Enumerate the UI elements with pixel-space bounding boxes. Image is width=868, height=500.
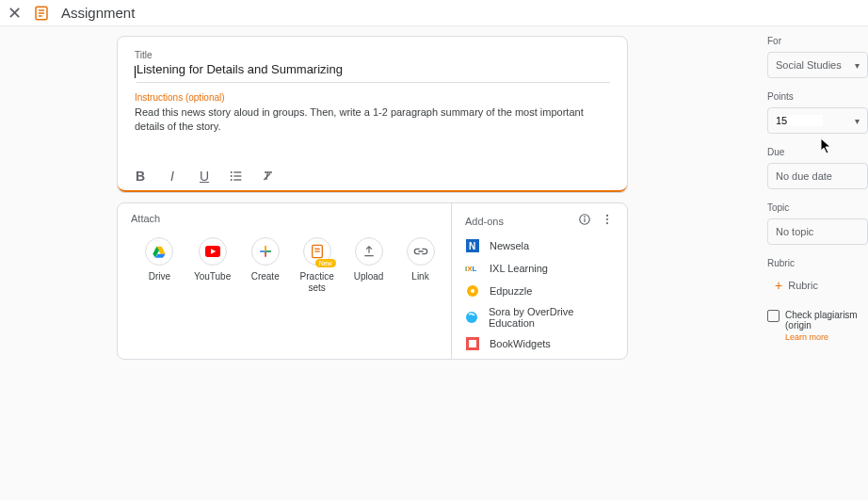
- for-value: Social Studies: [776, 59, 842, 71]
- italic-button[interactable]: I: [163, 167, 182, 185]
- addon-bookwidgets[interactable]: BookWidgets: [465, 336, 614, 351]
- svg-point-4: [231, 171, 233, 173]
- bold-button[interactable]: B: [131, 167, 150, 185]
- ixl-icon: IXL: [465, 261, 480, 276]
- attach-label-text: Link: [411, 271, 428, 282]
- format-toolbar: B I U: [118, 160, 627, 192]
- upload-icon: [355, 237, 383, 266]
- topic-group: Topic No topic: [767, 202, 868, 245]
- practice-sets-icon: New: [303, 237, 331, 266]
- svg-rect-5: [233, 171, 241, 172]
- addon-label: Newsela: [490, 240, 529, 251]
- for-dropdown[interactable]: Social Studies ▾: [767, 52, 868, 78]
- title-row: [135, 60, 610, 83]
- svg-rect-9: [233, 179, 241, 180]
- title-label: Title: [135, 50, 610, 60]
- attach-create[interactable]: Create: [248, 237, 282, 294]
- plagiarism-label: Check plagiarism (origin: [785, 310, 868, 331]
- svg-text:N: N: [469, 241, 475, 251]
- page-title: Assignment: [61, 5, 135, 21]
- chevron-down-icon: ▾: [855, 116, 860, 126]
- addon-sora[interactable]: Sora by OverDrive Education: [465, 306, 614, 329]
- attach-upload[interactable]: Upload: [351, 237, 386, 294]
- points-input[interactable]: [776, 115, 823, 126]
- svg-point-29: [471, 289, 474, 293]
- attach-label-text: Practicesets: [300, 271, 334, 294]
- points-field[interactable]: ▾: [767, 107, 868, 134]
- plagiarism-checkbox[interactable]: [767, 310, 780, 322]
- addon-ixl[interactable]: IXL IXL Learning: [465, 261, 614, 276]
- attach-label: Attach: [131, 213, 438, 224]
- clear-format-button[interactable]: [259, 167, 278, 185]
- addons-panel: Add-ons N Newsela IXL IXL Learn: [452, 203, 627, 359]
- underline-button[interactable]: U: [195, 167, 214, 185]
- for-label: For: [767, 36, 868, 46]
- newsela-icon: N: [465, 238, 480, 253]
- svg-point-22: [606, 215, 608, 217]
- topic-label: Topic: [767, 202, 868, 213]
- bullet-list-button[interactable]: [227, 167, 246, 185]
- addon-label: Sora by OverDrive Education: [489, 306, 614, 329]
- attach-label-text: Create: [251, 271, 280, 282]
- more-icon[interactable]: [601, 213, 614, 229]
- addons-header: Add-ons: [465, 213, 614, 229]
- addon-label: Edpuzzle: [490, 285, 532, 297]
- drive-icon: [145, 237, 173, 266]
- bookwidgets-icon: [465, 336, 480, 351]
- instructions-text[interactable]: Read this news story aloud in groups. Th…: [135, 105, 610, 135]
- attach-label-text: YouTube: [194, 271, 231, 282]
- sora-icon: [465, 310, 479, 325]
- sidebar: For Social Studies ▾ Points ▾ Due No due…: [767, 36, 868, 342]
- topbar: ✕ Assignment: [0, 0, 868, 26]
- svg-point-23: [606, 218, 608, 220]
- edpuzzle-icon: [465, 283, 480, 298]
- workspace: Title Instructions (optional) Read this …: [0, 26, 868, 500]
- addons-label: Add-ons: [465, 216, 504, 227]
- attach-practice-sets[interactable]: New Practicesets: [299, 237, 334, 294]
- instructions-label: Instructions (optional): [135, 92, 610, 103]
- rubric-label: Rubric: [767, 258, 868, 268]
- info-icon[interactable]: [578, 213, 591, 229]
- svg-rect-32: [469, 340, 476, 347]
- svg-point-6: [231, 175, 233, 177]
- rubric-button-label: Rubric: [788, 280, 818, 291]
- new-badge: New: [315, 259, 336, 267]
- for-group: For Social Studies ▾: [767, 36, 868, 78]
- due-value: No due date: [776, 170, 832, 182]
- close-icon[interactable]: ✕: [8, 3, 22, 24]
- attach-drive[interactable]: Drive: [142, 237, 177, 294]
- due-field[interactable]: No due date: [767, 163, 868, 189]
- svg-text:IXL: IXL: [465, 265, 477, 273]
- due-label: Due: [767, 147, 868, 157]
- rubric-button[interactable]: + Rubric: [767, 274, 868, 297]
- link-icon: [407, 237, 435, 266]
- points-label: Points: [767, 91, 868, 102]
- text-cursor: [135, 66, 136, 78]
- attach-panel: Attach Drive YouTube: [118, 203, 452, 359]
- assignment-editor-card: Title Instructions (optional) Read this …: [117, 36, 628, 193]
- attach-card: Attach Drive YouTube: [117, 202, 628, 360]
- svg-point-21: [585, 217, 586, 218]
- title-input[interactable]: [137, 60, 610, 83]
- attach-link[interactable]: Link: [403, 237, 438, 294]
- svg-point-24: [606, 222, 608, 224]
- addon-newsela[interactable]: N Newsela: [465, 238, 614, 253]
- points-group: Points ▾: [767, 91, 868, 134]
- rubric-group: Rubric + Rubric: [767, 258, 868, 297]
- attach-label-text: Drive: [149, 271, 170, 282]
- youtube-icon: [199, 237, 227, 266]
- addon-label: IXL Learning: [490, 263, 548, 274]
- addon-edpuzzle[interactable]: Edpuzzle: [465, 283, 614, 298]
- addons-list: N Newsela IXL IXL Learning Edpuzzle Sora…: [465, 238, 614, 351]
- addon-label: BookWidgets: [490, 338, 551, 349]
- create-icon: [251, 237, 280, 266]
- due-group: Due No due date: [767, 147, 868, 189]
- assignment-icon: [33, 5, 50, 22]
- svg-rect-7: [233, 175, 241, 176]
- svg-point-8: [231, 179, 233, 181]
- learn-more-link[interactable]: Learn more: [785, 332, 868, 342]
- attach-youtube[interactable]: YouTube: [194, 237, 231, 294]
- topic-field[interactable]: No topic: [767, 218, 868, 245]
- topic-value: No topic: [776, 226, 813, 237]
- plagiarism-row: Check plagiarism (origin: [767, 310, 868, 331]
